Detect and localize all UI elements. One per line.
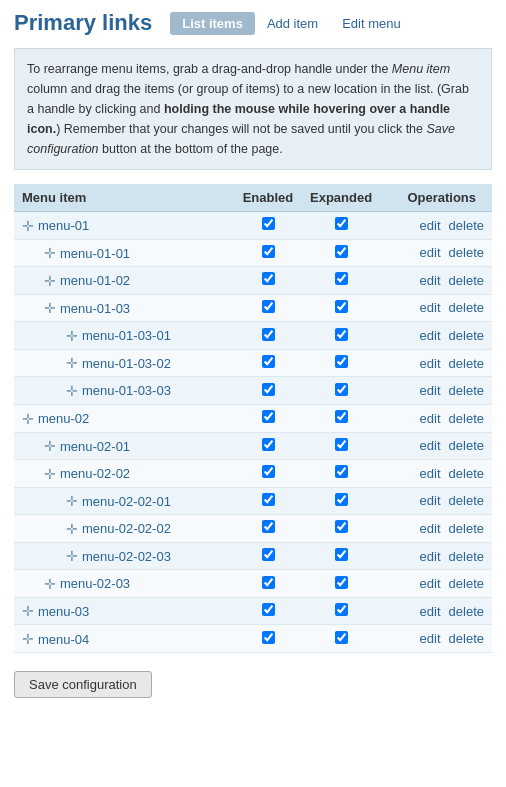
drag-handle-icon[interactable]: ✛: [44, 300, 56, 316]
enabled-checkbox[interactable]: [262, 300, 275, 313]
delete-link[interactable]: delete: [449, 466, 484, 481]
delete-link[interactable]: delete: [449, 411, 484, 426]
enabled-checkbox[interactable]: [262, 272, 275, 285]
expanded-checkbox[interactable]: [335, 300, 348, 313]
menu-item-link[interactable]: menu-02-02-03: [82, 549, 171, 564]
drag-handle-icon[interactable]: ✛: [66, 493, 78, 509]
menu-item-link[interactable]: menu-01-03-01: [82, 328, 171, 343]
delete-link[interactable]: delete: [449, 300, 484, 315]
expanded-checkbox[interactable]: [335, 548, 348, 561]
enabled-checkbox[interactable]: [262, 328, 275, 341]
edit-link[interactable]: edit: [420, 356, 441, 371]
edit-link[interactable]: edit: [420, 218, 441, 233]
expanded-checkbox[interactable]: [335, 576, 348, 589]
expanded-checkbox[interactable]: [335, 245, 348, 258]
drag-handle-icon[interactable]: ✛: [66, 355, 78, 371]
menu-item-link[interactable]: menu-01-01: [60, 246, 130, 261]
menu-item-link[interactable]: menu-02-03: [60, 576, 130, 591]
enabled-checkbox[interactable]: [262, 438, 275, 451]
menu-item-link[interactable]: menu-01-02: [60, 273, 130, 288]
delete-link[interactable]: delete: [449, 631, 484, 646]
drag-handle-icon[interactable]: ✛: [22, 603, 34, 619]
enabled-checkbox[interactable]: [262, 631, 275, 644]
tab-list-items[interactable]: List items: [170, 12, 255, 35]
edit-link[interactable]: edit: [420, 300, 441, 315]
edit-link[interactable]: edit: [420, 466, 441, 481]
delete-link[interactable]: delete: [449, 383, 484, 398]
delete-link[interactable]: delete: [449, 356, 484, 371]
enabled-checkbox[interactable]: [262, 410, 275, 423]
tab-add-item[interactable]: Add item: [255, 12, 330, 35]
menu-item-link[interactable]: menu-02-02-01: [82, 494, 171, 509]
delete-link[interactable]: delete: [449, 493, 484, 508]
expanded-checkbox[interactable]: [335, 410, 348, 423]
expanded-checkbox[interactable]: [335, 465, 348, 478]
enabled-checkbox[interactable]: [262, 465, 275, 478]
edit-link[interactable]: edit: [420, 438, 441, 453]
delete-link[interactable]: delete: [449, 245, 484, 260]
edit-link[interactable]: edit: [420, 521, 441, 536]
expanded-checkbox[interactable]: [335, 603, 348, 616]
tab-edit-menu[interactable]: Edit menu: [330, 12, 413, 35]
menu-item-link[interactable]: menu-02-02: [60, 466, 130, 481]
edit-link[interactable]: edit: [420, 245, 441, 260]
drag-handle-icon[interactable]: ✛: [44, 438, 56, 454]
drag-handle-icon[interactable]: ✛: [66, 521, 78, 537]
enabled-checkbox[interactable]: [262, 355, 275, 368]
menu-item-link[interactable]: menu-03: [38, 604, 89, 619]
drag-handle-icon[interactable]: ✛: [44, 273, 56, 289]
expanded-checkbox[interactable]: [335, 438, 348, 451]
menu-item-link[interactable]: menu-02-01: [60, 439, 130, 454]
drag-handle-icon[interactable]: ✛: [22, 411, 34, 427]
drag-handle-icon[interactable]: ✛: [66, 383, 78, 399]
enabled-checkbox[interactable]: [262, 493, 275, 506]
edit-link[interactable]: edit: [420, 493, 441, 508]
enabled-checkbox[interactable]: [262, 520, 275, 533]
expanded-checkbox[interactable]: [335, 328, 348, 341]
drag-handle-icon[interactable]: ✛: [66, 328, 78, 344]
delete-link[interactable]: delete: [449, 218, 484, 233]
menu-item-link[interactable]: menu-02: [38, 411, 89, 426]
delete-link[interactable]: delete: [449, 549, 484, 564]
edit-link[interactable]: edit: [420, 576, 441, 591]
expanded-checkbox[interactable]: [335, 631, 348, 644]
delete-link[interactable]: delete: [449, 521, 484, 536]
drag-handle-icon[interactable]: ✛: [44, 245, 56, 261]
edit-link[interactable]: edit: [420, 328, 441, 343]
enabled-checkbox[interactable]: [262, 576, 275, 589]
delete-link[interactable]: delete: [449, 273, 484, 288]
drag-handle-icon[interactable]: ✛: [44, 466, 56, 482]
edit-link[interactable]: edit: [420, 383, 441, 398]
menu-item-link[interactable]: menu-04: [38, 632, 89, 647]
edit-link[interactable]: edit: [420, 273, 441, 288]
save-configuration-button[interactable]: Save configuration: [14, 671, 152, 698]
delete-link[interactable]: delete: [449, 328, 484, 343]
menu-item-link[interactable]: menu-01-03-02: [82, 356, 171, 371]
menu-item-link[interactable]: menu-01: [38, 218, 89, 233]
enabled-checkbox[interactable]: [262, 245, 275, 258]
expanded-checkbox[interactable]: [335, 217, 348, 230]
delete-link[interactable]: delete: [449, 576, 484, 591]
drag-handle-icon[interactable]: ✛: [66, 548, 78, 564]
menu-item-link[interactable]: menu-02-02-02: [82, 521, 171, 536]
enabled-checkbox[interactable]: [262, 603, 275, 616]
enabled-checkbox[interactable]: [262, 383, 275, 396]
menu-item-link[interactable]: menu-01-03: [60, 301, 130, 316]
enabled-checkbox[interactable]: [262, 548, 275, 561]
edit-link[interactable]: edit: [420, 549, 441, 564]
edit-link[interactable]: edit: [420, 631, 441, 646]
edit-link[interactable]: edit: [420, 604, 441, 619]
enabled-checkbox[interactable]: [262, 217, 275, 230]
edit-link[interactable]: edit: [420, 411, 441, 426]
drag-handle-icon[interactable]: ✛: [22, 218, 34, 234]
delete-link[interactable]: delete: [449, 438, 484, 453]
expanded-checkbox[interactable]: [335, 272, 348, 285]
menu-item-link[interactable]: menu-01-03-03: [82, 383, 171, 398]
expanded-checkbox[interactable]: [335, 355, 348, 368]
expanded-checkbox[interactable]: [335, 383, 348, 396]
expanded-checkbox[interactable]: [335, 493, 348, 506]
drag-handle-icon[interactable]: ✛: [44, 576, 56, 592]
expanded-checkbox[interactable]: [335, 520, 348, 533]
drag-handle-icon[interactable]: ✛: [22, 631, 34, 647]
delete-link[interactable]: delete: [449, 604, 484, 619]
